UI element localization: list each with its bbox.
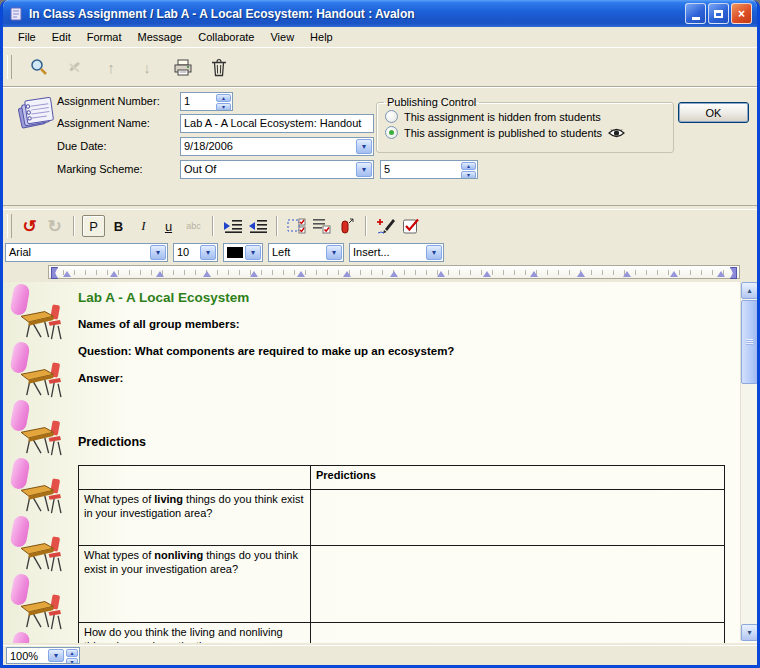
ruler-row <box>3 263 757 282</box>
close-button[interactable]: × <box>731 3 752 24</box>
zoom-level-value: 100% <box>7 648 47 663</box>
bold-button[interactable]: B <box>107 215 130 237</box>
color-swatch <box>227 247 243 258</box>
due-date-label: Due Date: <box>57 140 107 152</box>
scroll-up-button[interactable]: ▴ <box>741 282 757 299</box>
undo-button[interactable]: ↺ <box>18 215 41 237</box>
answer-line: Answer: <box>78 372 717 384</box>
insert-chevron-down-icon[interactable]: ▾ <box>426 245 442 260</box>
table-header-row: Predictions <box>79 466 725 490</box>
ok-button[interactable]: OK <box>678 102 749 123</box>
vertical-scrollbar[interactable]: ▴ ▾ <box>740 282 757 641</box>
checkbox-check-icon <box>402 217 420 235</box>
names-line: Names of all group members: <box>78 318 717 330</box>
zoom-chevron-down-icon[interactable]: ▾ <box>48 649 64 662</box>
font-family-combo[interactable]: Arial ▾ <box>5 243 168 262</box>
hidden-option-label: This assignment is hidden from students <box>404 111 601 123</box>
special-text-button-disabled: abc <box>182 215 205 237</box>
select-answer-fields-button[interactable] <box>285 215 308 237</box>
tab-stop-icon[interactable] <box>63 271 71 277</box>
maximize-button[interactable] <box>708 3 729 24</box>
menu-item-collaborate[interactable]: Collaborate <box>190 29 262 45</box>
answer-cell[interactable] <box>311 623 725 644</box>
list-answer-fields-button[interactable] <box>310 215 333 237</box>
assignment-name-input[interactable]: Lab A - A Local Ecosystem: Handout <box>180 114 374 133</box>
insert-answer-field-button[interactable] <box>335 215 358 237</box>
next-button-disabled: ↓ <box>134 55 160 79</box>
indent-button[interactable] <box>221 215 244 237</box>
alignment-combo[interactable]: Left ▾ <box>268 243 344 262</box>
menu-item-help[interactable]: Help <box>302 29 341 45</box>
tools-button-disabled <box>62 55 88 79</box>
menu-item-file[interactable]: File <box>10 29 44 45</box>
ruler[interactable] <box>48 265 740 279</box>
answer-cell[interactable] <box>311 490 725 546</box>
minimize-button[interactable] <box>685 3 706 24</box>
insert-field-icon <box>339 217 355 235</box>
out-of-points-spinner[interactable]: 5 ▴ ▾ <box>380 160 478 179</box>
menu-item-message[interactable]: Message <box>130 29 191 45</box>
delete-button[interactable] <box>206 55 232 79</box>
font-size-combo[interactable]: 10 ▾ <box>173 243 218 262</box>
indent-icon <box>223 219 243 233</box>
font-size-chevron-down-icon[interactable]: ▾ <box>200 245 216 260</box>
zoom-spin-up[interactable]: ▴ <box>66 649 78 657</box>
assignment-number-spinner[interactable]: 1 ▴ ▾ <box>180 92 233 111</box>
editor-toolbar-grip[interactable] <box>7 214 12 238</box>
font-family-chevron-down-icon[interactable]: ▾ <box>150 245 166 260</box>
approve-button[interactable] <box>399 215 422 237</box>
menu-item-format[interactable]: Format <box>79 29 130 45</box>
previous-button-disabled: ↑ <box>98 55 124 79</box>
hidden-option-row[interactable]: This assignment is hidden from students <box>385 110 673 123</box>
question-cell: How do you think the living and nonlivin… <box>79 623 311 644</box>
app-icon <box>8 6 24 22</box>
redo-button-disabled: ↻ <box>43 215 66 237</box>
desk-illustration <box>20 303 62 341</box>
published-option-label: This assignment is published to students <box>404 127 602 139</box>
italic-button[interactable]: I <box>132 215 155 237</box>
status-bar: 100% ▾ ▴ ▾ <box>3 645 757 665</box>
add-annotation-button[interactable] <box>374 215 397 237</box>
menu-item-view[interactable]: View <box>262 29 302 45</box>
insert-combo[interactable]: Insert... ▾ <box>349 243 444 262</box>
menu-item-edit[interactable]: Edit <box>44 29 79 45</box>
published-radio-button[interactable] <box>385 126 398 139</box>
maximize-icon <box>714 10 723 18</box>
marking-scheme-combo[interactable]: Out Of ▾ <box>180 160 374 179</box>
zoom-spin-down[interactable]: ▾ <box>66 658 78 664</box>
number-spin-up[interactable]: ▴ <box>216 94 231 102</box>
published-option-row[interactable]: This assignment is published to students <box>385 126 673 139</box>
font-toolbar: Arial ▾ 10 ▾ ▾ Left ▾ Insert... ▾ <box>3 242 757 263</box>
table-row: What types of nonliving things do you th… <box>79 546 725 623</box>
printer-icon <box>173 58 193 77</box>
font-color-chevron-down-icon[interactable]: ▾ <box>245 245 261 260</box>
eye-icon <box>608 127 625 139</box>
document-editor[interactable]: Lab A - A Local Ecosystem Names of all g… <box>3 282 757 643</box>
menu-bar: File Edit Format Message Collaborate Vie… <box>3 27 757 48</box>
marking-scheme-label: Marking Scheme: <box>57 163 143 175</box>
zoom-level-combo[interactable]: 100% ▾ ▴ ▾ <box>6 647 80 664</box>
marking-scheme-chevron-down-icon[interactable]: ▾ <box>356 162 372 177</box>
due-date-chevron-down-icon[interactable]: ▾ <box>356 139 372 154</box>
scrollbar-thumb[interactable] <box>741 300 757 384</box>
paragraph-button[interactable]: P <box>82 215 105 237</box>
toolbar-grip[interactable] <box>7 55 12 79</box>
list-fields-icon <box>312 217 332 235</box>
points-spin-down[interactable]: ▾ <box>461 171 476 179</box>
table-row: What types of living things do you think… <box>79 490 725 546</box>
font-color-combo[interactable]: ▾ <box>223 243 263 262</box>
due-date-combo[interactable]: 9/18/2006 ▾ <box>180 137 374 156</box>
preview-button[interactable] <box>26 55 52 79</box>
hidden-radio-button[interactable] <box>385 110 398 123</box>
pen-plus-icon <box>376 217 396 235</box>
header-cell-predictions: Predictions <box>311 466 725 490</box>
points-spin-up[interactable]: ▴ <box>461 162 476 170</box>
alignment-chevron-down-icon[interactable]: ▾ <box>326 245 342 260</box>
answer-cell[interactable] <box>311 546 725 623</box>
number-spin-down[interactable]: ▾ <box>216 103 231 111</box>
underline-button[interactable]: u <box>157 215 180 237</box>
outdent-button[interactable] <box>246 215 269 237</box>
scroll-down-button[interactable]: ▾ <box>741 624 757 641</box>
print-button[interactable] <box>170 55 196 79</box>
minimize-icon <box>692 17 700 20</box>
